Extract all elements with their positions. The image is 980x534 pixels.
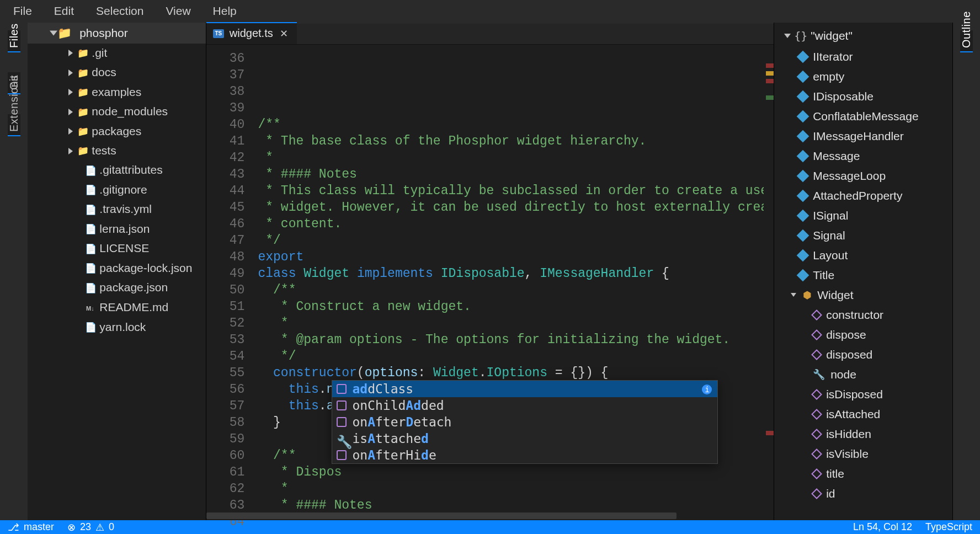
code-line-44[interactable]: */: [258, 232, 774, 249]
code-line-39[interactable]: *: [258, 149, 774, 166]
folder-docs[interactable]: 📁docs: [28, 63, 205, 82]
outline-item-ConflatableMessage[interactable]: ConflatableMessage: [774, 106, 952, 126]
outline-member-isVisible[interactable]: isVisible: [774, 444, 952, 464]
module-icon: [797, 169, 809, 182]
outline-member-title[interactable]: title: [774, 464, 952, 484]
scrollbar-thumb[interactable]: [206, 512, 677, 519]
code-line-48[interactable]: * Construct a new widget.: [258, 298, 774, 315]
chevron-down-icon: [784, 34, 791, 38]
outline-item-AttachedProperty[interactable]: AttachedProperty: [774, 186, 952, 206]
folder-packages[interactable]: 📁packages: [28, 122, 205, 141]
outline-member-id[interactable]: id: [774, 484, 952, 504]
activity-outline[interactable]: Outline: [960, 30, 973, 52]
file-package-lock.json[interactable]: 📄package-lock.json: [28, 259, 205, 278]
code-line-41[interactable]: * This class will typically be subclasse…: [258, 183, 774, 199]
outline-member-dispose[interactable]: dispose: [774, 325, 952, 345]
outline-item-MessageLoop[interactable]: MessageLoop: [774, 166, 952, 186]
outline-member-constructor[interactable]: constructor: [774, 305, 952, 325]
suggest-item-isAttached[interactable]: 🔧isAttached: [332, 430, 717, 447]
folder-examples[interactable]: 📁examples: [28, 83, 205, 102]
file-README.md[interactable]: M↓README.md: [28, 298, 205, 318]
file-.travis.yml[interactable]: 📄.travis.yml: [28, 200, 205, 219]
file-package.json[interactable]: 📄package.json: [28, 278, 205, 297]
code-line-50[interactable]: * @param options - The options for initi…: [258, 332, 774, 348]
code-line-60[interactable]: * #### Notes: [258, 497, 774, 514]
outline-item-IMessageHandler[interactable]: IMessageHandler: [774, 126, 952, 146]
folder-.git[interactable]: 📁.git: [28, 44, 205, 63]
code-line-59[interactable]: *: [258, 480, 774, 497]
file-icon: 📄: [85, 201, 95, 220]
outline-member-isHidden[interactable]: isHidden: [774, 424, 952, 444]
file-icon: 📄: [85, 318, 95, 337]
status-branch[interactable]: ⎇ master: [8, 521, 54, 533]
activity-files[interactable]: Files: [8, 30, 20, 52]
file-explorer[interactable]: 📁 phosphor 📁.git📁docs📁examples📁node_modu…: [28, 23, 206, 521]
outline-member-node[interactable]: 🔧node: [774, 365, 952, 385]
folder-node_modules[interactable]: 📁node_modules: [28, 102, 205, 121]
menu-view[interactable]: View: [156, 2, 200, 20]
explorer-root[interactable]: 📁 phosphor: [28, 23, 205, 44]
code-line-45[interactable]: export: [258, 249, 774, 265]
code-line-40[interactable]: * #### Notes: [258, 166, 774, 183]
code-line-38[interactable]: * The base class of the Phosphor widget …: [258, 133, 774, 149]
braces-icon: {}: [794, 26, 807, 46]
close-icon[interactable]: ✕: [279, 28, 289, 40]
code-line-52[interactable]: constructor(options: Widget.IOptions = {…: [258, 365, 774, 381]
suggest-item-onAfterDetach[interactable]: onAfterDetach: [332, 414, 717, 430]
status-cursor[interactable]: Ln 54, Col 12: [853, 521, 912, 533]
file-.gitignore[interactable]: 📄.gitignore: [28, 180, 205, 200]
outline-class[interactable]: ⬢ Widget: [774, 285, 952, 305]
outline-panel[interactable]: {} "widget" IIteratoremptyIDisposableCon…: [774, 23, 952, 521]
suggest-item-onAfterHide[interactable]: onAfterHide: [332, 447, 717, 463]
menu-file[interactable]: File: [3, 2, 42, 20]
outline-root[interactable]: {} "widget": [774, 25, 952, 47]
minimap[interactable]: [764, 45, 774, 521]
menu-edit[interactable]: Edit: [44, 2, 84, 20]
suggest-item-onChildAdded[interactable]: onChildAdded: [332, 397, 717, 414]
code-line-46[interactable]: class Widget implements IDisposable, IMe…: [258, 265, 774, 282]
outline-item-Layout[interactable]: Layout: [774, 245, 952, 265]
menu-help[interactable]: Help: [203, 2, 247, 20]
file-LICENSE[interactable]: 📄LICENSE: [28, 239, 205, 258]
code-line-42[interactable]: * widget. However, it can be used direct…: [258, 199, 774, 216]
code-line-58[interactable]: * Dispos: [258, 464, 774, 480]
outline-item-Title[interactable]: Title: [774, 265, 952, 285]
file-lerna.json[interactable]: 📄lerna.json: [28, 220, 205, 239]
file-icon: M↓: [85, 298, 95, 318]
tab-widget-ts[interactable]: TS widget.ts ✕: [206, 22, 297, 44]
info-icon[interactable]: i: [702, 385, 712, 394]
suggest-widget[interactable]: addClassionChildAddedonAfterDetach🔧isAtt…: [332, 380, 718, 464]
outline-member-isDisposed[interactable]: isDisposed: [774, 385, 952, 404]
code-content[interactable]: /** * The base class of the Phosphor wid…: [254, 45, 774, 521]
code-line-36[interactable]: [258, 100, 774, 116]
code-editor[interactable]: 3637383940414243444546474849505152535455…: [206, 45, 774, 521]
suggest-item-addClass[interactable]: addClassi: [332, 381, 717, 397]
outline-member-disposed[interactable]: disposed: [774, 345, 952, 365]
outline-label: Title: [813, 265, 834, 285]
status-branch-label: master: [24, 521, 54, 533]
outline-item-IDisposable[interactable]: IDisposable: [774, 87, 952, 106]
status-problems[interactable]: ⊗ 23 ⚠ 0: [67, 521, 114, 533]
outline-label: MessageLoop: [813, 166, 886, 186]
outline-item-Signal[interactable]: Signal: [774, 226, 952, 245]
code-line-51[interactable]: */: [258, 348, 774, 365]
outline-item-ISignal[interactable]: ISignal: [774, 206, 952, 226]
outline-root-label: "widget": [811, 26, 853, 46]
status-language[interactable]: TypeScript: [925, 521, 972, 533]
outline-item-empty[interactable]: empty: [774, 67, 952, 87]
code-line-37[interactable]: /**: [258, 116, 774, 133]
outline-item-Message[interactable]: Message: [774, 146, 952, 166]
code-line-43[interactable]: * content.: [258, 216, 774, 232]
menu-selection[interactable]: Selection: [86, 2, 153, 20]
outline-member-isAttached[interactable]: isAttached: [774, 404, 952, 424]
suggest-label: onAfterDetach: [352, 414, 451, 430]
activity-extensions[interactable]: Extensions: [8, 114, 20, 136]
code-line-49[interactable]: *: [258, 315, 774, 332]
file-yarn.lock[interactable]: 📄yarn.lock: [28, 318, 205, 337]
file-.gitattributes[interactable]: 📄.gitattributes: [28, 161, 205, 180]
folder-tests[interactable]: 📁tests: [28, 141, 205, 161]
code-line-47[interactable]: /**: [258, 282, 774, 298]
horizontal-scrollbar[interactable]: [206, 511, 766, 520]
file-icon: 📄: [85, 162, 95, 180]
outline-item-IIterator[interactable]: IIterator: [774, 47, 952, 67]
